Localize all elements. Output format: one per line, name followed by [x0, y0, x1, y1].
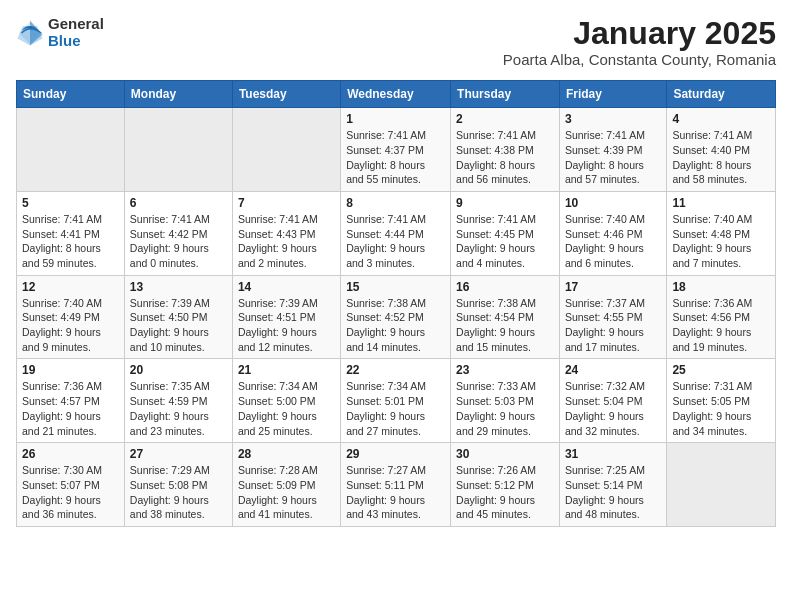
day-info: Sunrise: 7:38 AM Sunset: 4:54 PM Dayligh… [456, 296, 554, 355]
calendar-table: SundayMondayTuesdayWednesdayThursdayFrid… [16, 80, 776, 527]
calendar-cell: 14Sunrise: 7:39 AM Sunset: 4:51 PM Dayli… [232, 275, 340, 359]
calendar-cell: 8Sunrise: 7:41 AM Sunset: 4:44 PM Daylig… [341, 191, 451, 275]
day-info: Sunrise: 7:41 AM Sunset: 4:43 PM Dayligh… [238, 212, 335, 271]
day-info: Sunrise: 7:40 AM Sunset: 4:48 PM Dayligh… [672, 212, 770, 271]
day-number: 9 [456, 196, 554, 210]
calendar-cell: 15Sunrise: 7:38 AM Sunset: 4:52 PM Dayli… [341, 275, 451, 359]
title-block: January 2025 Poarta Alba, Constanta Coun… [503, 16, 776, 68]
logo: General Blue [16, 16, 104, 49]
day-info: Sunrise: 7:34 AM Sunset: 5:01 PM Dayligh… [346, 379, 445, 438]
calendar-cell: 20Sunrise: 7:35 AM Sunset: 4:59 PM Dayli… [124, 359, 232, 443]
logo-general: General [48, 16, 104, 33]
calendar-cell: 25Sunrise: 7:31 AM Sunset: 5:05 PM Dayli… [667, 359, 776, 443]
page-subtitle: Poarta Alba, Constanta County, Romania [503, 51, 776, 68]
day-number: 8 [346, 196, 445, 210]
header-monday: Monday [124, 81, 232, 108]
day-info: Sunrise: 7:41 AM Sunset: 4:45 PM Dayligh… [456, 212, 554, 271]
day-info: Sunrise: 7:28 AM Sunset: 5:09 PM Dayligh… [238, 463, 335, 522]
calendar-cell: 6Sunrise: 7:41 AM Sunset: 4:42 PM Daylig… [124, 191, 232, 275]
day-info: Sunrise: 7:32 AM Sunset: 5:04 PM Dayligh… [565, 379, 661, 438]
calendar-cell [17, 108, 125, 192]
day-info: Sunrise: 7:41 AM Sunset: 4:37 PM Dayligh… [346, 128, 445, 187]
calendar-cell: 19Sunrise: 7:36 AM Sunset: 4:57 PM Dayli… [17, 359, 125, 443]
day-number: 16 [456, 280, 554, 294]
day-number: 29 [346, 447, 445, 461]
day-info: Sunrise: 7:25 AM Sunset: 5:14 PM Dayligh… [565, 463, 661, 522]
header-saturday: Saturday [667, 81, 776, 108]
header-wednesday: Wednesday [341, 81, 451, 108]
page-title: January 2025 [503, 16, 776, 51]
day-info: Sunrise: 7:40 AM Sunset: 4:46 PM Dayligh… [565, 212, 661, 271]
calendar-cell: 31Sunrise: 7:25 AM Sunset: 5:14 PM Dayli… [559, 443, 666, 527]
header-friday: Friday [559, 81, 666, 108]
logo-blue: Blue [48, 33, 104, 50]
day-info: Sunrise: 7:36 AM Sunset: 4:56 PM Dayligh… [672, 296, 770, 355]
calendar-cell [124, 108, 232, 192]
day-number: 13 [130, 280, 227, 294]
day-info: Sunrise: 7:27 AM Sunset: 5:11 PM Dayligh… [346, 463, 445, 522]
calendar-cell: 27Sunrise: 7:29 AM Sunset: 5:08 PM Dayli… [124, 443, 232, 527]
week-row-2: 5Sunrise: 7:41 AM Sunset: 4:41 PM Daylig… [17, 191, 776, 275]
day-info: Sunrise: 7:41 AM Sunset: 4:44 PM Dayligh… [346, 212, 445, 271]
day-number: 23 [456, 363, 554, 377]
calendar-cell: 5Sunrise: 7:41 AM Sunset: 4:41 PM Daylig… [17, 191, 125, 275]
header-thursday: Thursday [451, 81, 560, 108]
header-tuesday: Tuesday [232, 81, 340, 108]
day-number: 26 [22, 447, 119, 461]
week-row-4: 19Sunrise: 7:36 AM Sunset: 4:57 PM Dayli… [17, 359, 776, 443]
day-info: Sunrise: 7:35 AM Sunset: 4:59 PM Dayligh… [130, 379, 227, 438]
calendar-cell: 4Sunrise: 7:41 AM Sunset: 4:40 PM Daylig… [667, 108, 776, 192]
calendar-cell: 29Sunrise: 7:27 AM Sunset: 5:11 PM Dayli… [341, 443, 451, 527]
calendar-cell: 10Sunrise: 7:40 AM Sunset: 4:46 PM Dayli… [559, 191, 666, 275]
logo-text: General Blue [48, 16, 104, 49]
day-number: 10 [565, 196, 661, 210]
day-info: Sunrise: 7:31 AM Sunset: 5:05 PM Dayligh… [672, 379, 770, 438]
day-number: 27 [130, 447, 227, 461]
calendar-cell: 7Sunrise: 7:41 AM Sunset: 4:43 PM Daylig… [232, 191, 340, 275]
calendar-cell [232, 108, 340, 192]
day-info: Sunrise: 7:34 AM Sunset: 5:00 PM Dayligh… [238, 379, 335, 438]
day-number: 6 [130, 196, 227, 210]
day-info: Sunrise: 7:36 AM Sunset: 4:57 PM Dayligh… [22, 379, 119, 438]
calendar-cell: 13Sunrise: 7:39 AM Sunset: 4:50 PM Dayli… [124, 275, 232, 359]
calendar-cell: 18Sunrise: 7:36 AM Sunset: 4:56 PM Dayli… [667, 275, 776, 359]
calendar-cell: 12Sunrise: 7:40 AM Sunset: 4:49 PM Dayli… [17, 275, 125, 359]
header-row: SundayMondayTuesdayWednesdayThursdayFrid… [17, 81, 776, 108]
logo-icon [16, 19, 44, 47]
day-number: 17 [565, 280, 661, 294]
day-number: 18 [672, 280, 770, 294]
day-info: Sunrise: 7:33 AM Sunset: 5:03 PM Dayligh… [456, 379, 554, 438]
calendar-cell: 17Sunrise: 7:37 AM Sunset: 4:55 PM Dayli… [559, 275, 666, 359]
day-number: 12 [22, 280, 119, 294]
calendar-cell: 11Sunrise: 7:40 AM Sunset: 4:48 PM Dayli… [667, 191, 776, 275]
calendar-cell: 2Sunrise: 7:41 AM Sunset: 4:38 PM Daylig… [451, 108, 560, 192]
day-info: Sunrise: 7:38 AM Sunset: 4:52 PM Dayligh… [346, 296, 445, 355]
day-number: 28 [238, 447, 335, 461]
day-number: 14 [238, 280, 335, 294]
page-header: General Blue January 2025 Poarta Alba, C… [16, 16, 776, 68]
day-info: Sunrise: 7:41 AM Sunset: 4:42 PM Dayligh… [130, 212, 227, 271]
day-number: 7 [238, 196, 335, 210]
day-info: Sunrise: 7:29 AM Sunset: 5:08 PM Dayligh… [130, 463, 227, 522]
calendar-cell: 3Sunrise: 7:41 AM Sunset: 4:39 PM Daylig… [559, 108, 666, 192]
day-info: Sunrise: 7:26 AM Sunset: 5:12 PM Dayligh… [456, 463, 554, 522]
day-info: Sunrise: 7:30 AM Sunset: 5:07 PM Dayligh… [22, 463, 119, 522]
calendar-cell: 30Sunrise: 7:26 AM Sunset: 5:12 PM Dayli… [451, 443, 560, 527]
day-number: 24 [565, 363, 661, 377]
day-number: 1 [346, 112, 445, 126]
calendar-cell: 1Sunrise: 7:41 AM Sunset: 4:37 PM Daylig… [341, 108, 451, 192]
calendar-cell: 16Sunrise: 7:38 AM Sunset: 4:54 PM Dayli… [451, 275, 560, 359]
calendar-cell: 28Sunrise: 7:28 AM Sunset: 5:09 PM Dayli… [232, 443, 340, 527]
calendar-cell: 22Sunrise: 7:34 AM Sunset: 5:01 PM Dayli… [341, 359, 451, 443]
calendar-cell: 26Sunrise: 7:30 AM Sunset: 5:07 PM Dayli… [17, 443, 125, 527]
day-info: Sunrise: 7:37 AM Sunset: 4:55 PM Dayligh… [565, 296, 661, 355]
day-info: Sunrise: 7:41 AM Sunset: 4:40 PM Dayligh… [672, 128, 770, 187]
day-number: 20 [130, 363, 227, 377]
day-info: Sunrise: 7:39 AM Sunset: 4:50 PM Dayligh… [130, 296, 227, 355]
day-number: 5 [22, 196, 119, 210]
day-info: Sunrise: 7:41 AM Sunset: 4:38 PM Dayligh… [456, 128, 554, 187]
calendar-cell: 23Sunrise: 7:33 AM Sunset: 5:03 PM Dayli… [451, 359, 560, 443]
week-row-3: 12Sunrise: 7:40 AM Sunset: 4:49 PM Dayli… [17, 275, 776, 359]
day-number: 4 [672, 112, 770, 126]
day-number: 15 [346, 280, 445, 294]
